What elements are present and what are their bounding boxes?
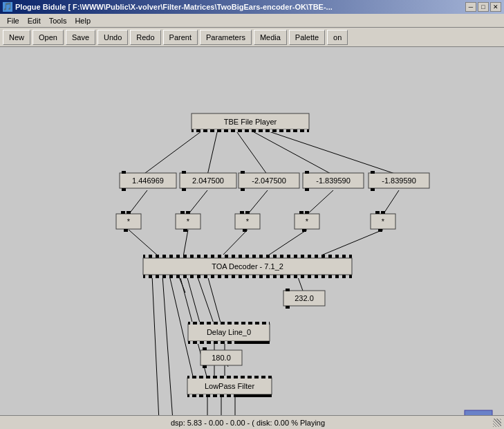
svg-text:2.047500: 2.047500 xyxy=(192,176,224,185)
svg-rect-175 xyxy=(252,322,255,325)
svg-rect-199 xyxy=(231,376,234,378)
svg-rect-72 xyxy=(214,275,218,278)
svg-rect-130 xyxy=(371,171,375,174)
svg-rect-114 xyxy=(122,171,126,174)
svg-rect-101 xyxy=(235,129,238,132)
svg-rect-145 xyxy=(245,211,250,214)
svg-text:180.0: 180.0 xyxy=(212,354,231,362)
menu-edit[interactable]: Edit xyxy=(24,15,45,26)
svg-rect-150 xyxy=(305,211,309,214)
svg-rect-54 xyxy=(304,255,308,258)
svg-rect-40 xyxy=(207,255,211,258)
svg-rect-106 xyxy=(270,129,272,132)
svg-rect-196 xyxy=(210,376,213,378)
svg-rect-107 xyxy=(277,129,279,132)
svg-rect-51 xyxy=(283,255,287,258)
svg-rect-63 xyxy=(152,275,156,278)
svg-rect-139 xyxy=(180,211,185,214)
svg-rect-53 xyxy=(297,255,301,258)
svg-rect-155 xyxy=(381,211,385,214)
svg-text:-2.047500: -2.047500 xyxy=(252,176,286,185)
svg-rect-141 xyxy=(183,229,187,232)
svg-line-7 xyxy=(248,190,268,214)
parameters-button[interactable]: Parameters xyxy=(200,30,252,45)
svg-rect-174 xyxy=(245,322,248,325)
svg-line-28 xyxy=(152,275,159,421)
svg-rect-166 xyxy=(190,322,193,325)
title-bar-left: 🎵 Plogue Bidule [ F:\WWW\Public\X-volver… xyxy=(3,2,333,12)
maximize-button[interactable]: □ xyxy=(478,2,489,12)
svg-rect-206 xyxy=(189,394,192,397)
svg-rect-140 xyxy=(186,211,190,214)
svg-rect-202 xyxy=(252,376,254,378)
svg-rect-119 xyxy=(182,188,186,191)
svg-rect-212 xyxy=(231,394,234,397)
svg-line-12 xyxy=(221,230,248,257)
parent-button[interactable]: Parent xyxy=(163,30,198,45)
svg-rect-80 xyxy=(270,275,273,278)
svg-rect-47 xyxy=(256,255,259,258)
window-title: Plogue Bidule [ F:\WWW\Public\X-volver\F… xyxy=(15,3,333,11)
new-button[interactable]: New xyxy=(3,30,30,45)
svg-rect-182 xyxy=(211,341,214,344)
svg-line-3 xyxy=(249,129,333,175)
svg-rect-95 xyxy=(194,129,196,132)
svg-rect-84 xyxy=(297,275,301,278)
svg-rect-62 xyxy=(145,275,149,278)
svg-rect-189 xyxy=(203,365,207,368)
menu-file[interactable]: File xyxy=(3,15,24,26)
svg-rect-211 xyxy=(224,394,227,397)
media-button[interactable]: Media xyxy=(254,30,287,45)
svg-line-17 xyxy=(187,275,200,325)
svg-rect-154 xyxy=(375,211,380,214)
redo-button[interactable]: Redo xyxy=(130,30,160,45)
main-canvas[interactable]: TBE File Player 1.446969 2.047500 xyxy=(0,47,504,423)
svg-rect-108 xyxy=(283,129,286,132)
svg-line-19 xyxy=(207,275,221,325)
svg-text:232.0: 232.0 xyxy=(295,294,314,302)
minimize-button[interactable]: ─ xyxy=(465,2,476,12)
svg-line-6 xyxy=(188,190,207,214)
svg-line-13 xyxy=(266,230,307,257)
svg-rect-82 xyxy=(283,275,287,278)
save-button[interactable]: Save xyxy=(66,30,95,45)
svg-rect-85 xyxy=(304,275,308,278)
svg-line-29 xyxy=(162,275,173,421)
svg-rect-97 xyxy=(207,129,210,132)
svg-text:LowPass Filter: LowPass Filter xyxy=(205,382,254,390)
svg-rect-205 xyxy=(187,394,272,397)
close-button[interactable]: ✕ xyxy=(490,2,501,12)
svg-text:-1.839590: -1.839590 xyxy=(316,176,351,185)
svg-rect-34 xyxy=(166,255,169,258)
undo-button[interactable]: Undo xyxy=(97,30,128,45)
svg-text:*: * xyxy=(187,217,190,226)
svg-rect-146 xyxy=(243,229,247,232)
svg-rect-48 xyxy=(263,255,266,258)
svg-line-2 xyxy=(235,129,268,175)
svg-line-1 xyxy=(207,129,218,175)
svg-rect-73 xyxy=(221,275,225,278)
svg-rect-100 xyxy=(228,129,231,132)
svg-rect-66 xyxy=(173,275,176,278)
svg-text:*: * xyxy=(306,217,309,226)
svg-rect-204 xyxy=(265,376,268,378)
svg-rect-43 xyxy=(228,255,232,258)
menu-help[interactable]: Help xyxy=(71,15,95,26)
app-icon: 🎵 xyxy=(3,2,12,12)
menu-bar: File Edit Tools Help xyxy=(0,14,504,28)
svg-rect-45 xyxy=(242,255,245,258)
svg-rect-172 xyxy=(232,322,234,325)
title-bar-buttons: ─ □ ✕ xyxy=(465,2,501,12)
palette-button[interactable]: Palette xyxy=(289,30,325,45)
svg-text:*: * xyxy=(127,217,131,226)
graph-canvas: TBE File Player 1.446969 2.047500 xyxy=(0,47,504,423)
svg-rect-161 xyxy=(286,289,290,291)
svg-rect-200 xyxy=(238,376,241,378)
open-button[interactable]: Open xyxy=(32,30,64,45)
menu-tools[interactable]: Tools xyxy=(45,15,71,26)
toolbar: New Open Save Undo Redo Parent Parameter… xyxy=(0,28,504,47)
svg-line-10 xyxy=(129,230,159,257)
svg-rect-98 xyxy=(214,129,217,132)
svg-rect-67 xyxy=(180,275,183,278)
on-button[interactable]: on xyxy=(327,30,348,45)
